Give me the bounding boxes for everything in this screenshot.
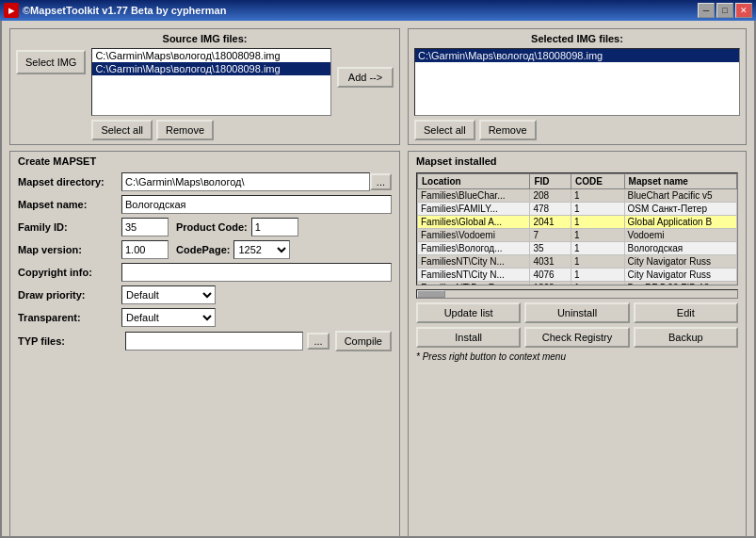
cell-location: FamiliesNT\City N... (418, 269, 530, 282)
cell-name: Global Application B (624, 216, 736, 229)
cell-fid: 4076 (530, 269, 571, 282)
source-img-panel: Source IMG files: Select IMG C:\Garmin\M… (9, 28, 400, 145)
minimize-button[interactable]: ─ (698, 3, 715, 18)
edit-button[interactable]: Edit (634, 302, 738, 323)
table-row[interactable]: Families\Вологод... 35 1 Вологодская (418, 242, 737, 255)
selected-select-all-button[interactable]: Select all (414, 120, 475, 140)
cell-name: Вологодская (624, 242, 736, 255)
cell-fid: 4031 (530, 255, 571, 269)
cell-name: Dor.RF 5.32 FID 18 (624, 282, 736, 286)
copyright-label: Copyright info: (18, 267, 121, 278)
family-id-input[interactable] (121, 218, 169, 236)
draw-priority-label: Draw priority: (18, 289, 121, 301)
cell-code: 1 (571, 229, 625, 242)
select-img-button[interactable]: Select IMG (16, 50, 86, 74)
cell-fid: 7 (530, 229, 571, 242)
source-panel-label: Source IMG files: (16, 33, 394, 44)
col-location[interactable]: Location (418, 174, 530, 189)
cell-location: Families\Vodoemi (418, 229, 530, 242)
left-col-sections: Create MAPSET Mapset directory: ... Maps… (9, 151, 400, 538)
selected-remove-button[interactable]: Remove (479, 120, 537, 140)
cell-code: 1 (571, 255, 625, 269)
typ-input[interactable] (125, 332, 303, 351)
add-button-container: Add --> (337, 48, 394, 88)
typ-browse-button[interactable]: ... (307, 333, 329, 350)
draw-priority-select[interactable]: Default 1 2 3 (121, 285, 216, 304)
family-id-label: Family ID: (18, 221, 121, 233)
app-icon: ▶ (4, 3, 19, 18)
mapset-table-container[interactable]: Location FID CODE Mapset name Families\B… (416, 172, 738, 285)
top-section: Source IMG files: Select IMG C:\Garmin\M… (9, 28, 747, 145)
install-button[interactable]: Install (416, 327, 521, 348)
cell-location: Families\Вологод... (418, 242, 530, 255)
cell-code: 1 (571, 203, 625, 216)
copyright-row: Copyright info: (18, 263, 392, 282)
source-remove-button[interactable]: Remove (156, 120, 214, 140)
cell-location: Families\BlueChar... (418, 189, 530, 203)
window-controls: ─ □ ✕ (698, 3, 752, 18)
map-version-input[interactable] (121, 240, 169, 259)
col-fid[interactable]: FID (530, 174, 571, 189)
mapset-dir-input[interactable] (121, 172, 370, 191)
table-row[interactable]: Families\FAMILY... 478 1 OSM Санкт-Петер (418, 203, 737, 216)
col-mapset-name[interactable]: Mapset name (624, 174, 736, 189)
backup-button[interactable]: Backup (634, 327, 738, 348)
mapset-name-input[interactable] (121, 195, 392, 214)
horizontal-scrollbar[interactable] (416, 289, 738, 299)
selected-bottom-buttons: Select all Remove (414, 120, 740, 140)
uninstall-button[interactable]: Uninstall (524, 302, 629, 323)
maximize-button[interactable]: □ (716, 3, 733, 18)
table-row[interactable]: FamiliesNT\Dor.R... 1868 1 Dor.RF 5.32 F… (418, 282, 737, 286)
mapset-dir-browse-button[interactable]: ... (370, 173, 392, 190)
list-item[interactable]: C:\Garmin\Maps\вологод\18008098.img (92, 62, 330, 75)
codepage-select[interactable]: 1252 1251 65001 (233, 240, 290, 259)
col-code[interactable]: CODE (571, 174, 625, 189)
cell-code: 1 (571, 269, 625, 282)
cell-fid: 208 (530, 189, 571, 203)
product-code-label: Product Code: (176, 221, 248, 233)
selected-group-inner: C:\Garmin\Maps\вологод\18008098.img Sele… (414, 48, 740, 140)
list-item[interactable]: C:\Garmin\Maps\вологод\18008098.img (415, 49, 739, 62)
cell-location: Families\FAMILY... (418, 203, 530, 216)
close-button[interactable]: ✕ (735, 3, 752, 18)
selected-img-panel: Selected IMG files: C:\Garmin\Maps\волог… (408, 28, 747, 145)
copyright-input[interactable] (121, 263, 392, 282)
create-mapset-title: Create MAPSET (18, 155, 392, 167)
source-file-list[interactable]: C:\Garmin\Maps\вологод\18008098.img C:\G… (91, 48, 331, 116)
product-code-input[interactable] (251, 218, 298, 236)
cell-location: Families\Global A... (418, 216, 530, 229)
mapset-name-row: Mapset name: (18, 195, 392, 214)
context-hint: * Press right button to context menu (416, 351, 738, 362)
add-button[interactable]: Add --> (337, 67, 394, 88)
cell-name: OSM Санкт-Петер (624, 203, 736, 216)
mapset-installed-title: Mapset installed (416, 155, 738, 167)
transparent-select[interactable]: Default Yes No (121, 308, 216, 327)
cell-name: Vodoemi (624, 229, 736, 242)
cell-location: FamiliesNT\Dor.R... (418, 282, 530, 286)
create-mapset-panel: Create MAPSET Mapset directory: ... Maps… (9, 151, 400, 538)
check-registry-button[interactable]: Check Registry (524, 327, 629, 348)
typ-label: TYP files: (18, 335, 121, 347)
table-row[interactable]: FamiliesNT\City N... 4076 1 City Navigat… (418, 269, 737, 282)
window-title: ©MapsetToolkit v1.77 Beta by cypherman (23, 5, 226, 16)
table-row[interactable]: Families\Vodoemi 7 1 Vodoemi (418, 229, 737, 242)
source-select-all-button[interactable]: Select all (91, 120, 153, 140)
select-img-container: Select IMG (16, 48, 86, 74)
table-row[interactable]: FamiliesNT\City N... 4031 1 City Navigat… (418, 255, 737, 269)
right-col-sections: Mapset installed Location FID CODE Mapse… (408, 151, 747, 538)
update-list-button[interactable]: Update list (416, 302, 521, 323)
list-item[interactable]: C:\Garmin\Maps\вологод\18008098.img (92, 49, 330, 62)
selected-file-list[interactable]: C:\Garmin\Maps\вологод\18008098.img (414, 48, 740, 116)
table-row[interactable]: Families\BlueChar... 208 1 BlueChart Pac… (418, 189, 737, 203)
source-bottom-buttons: Select all Remove (91, 120, 331, 140)
cell-name: City Navigator Russ (624, 255, 736, 269)
draw-priority-row: Draw priority: Default 1 2 3 (18, 285, 392, 304)
cell-fid: 478 (530, 203, 571, 216)
title-bar: ▶ ©MapsetToolkit v1.77 Beta by cypherman… (0, 0, 756, 21)
codepage-label: CodePage: (176, 244, 230, 255)
family-product-row: Family ID: Product Code: (18, 218, 392, 236)
transparent-label: Transparent: (18, 312, 121, 323)
table-row[interactable]: Families\Global A... 2041 1 Global Appli… (418, 216, 737, 229)
compile-button[interactable]: Compile (335, 331, 392, 351)
cell-name: BlueChart Pacific v5 (624, 189, 736, 203)
